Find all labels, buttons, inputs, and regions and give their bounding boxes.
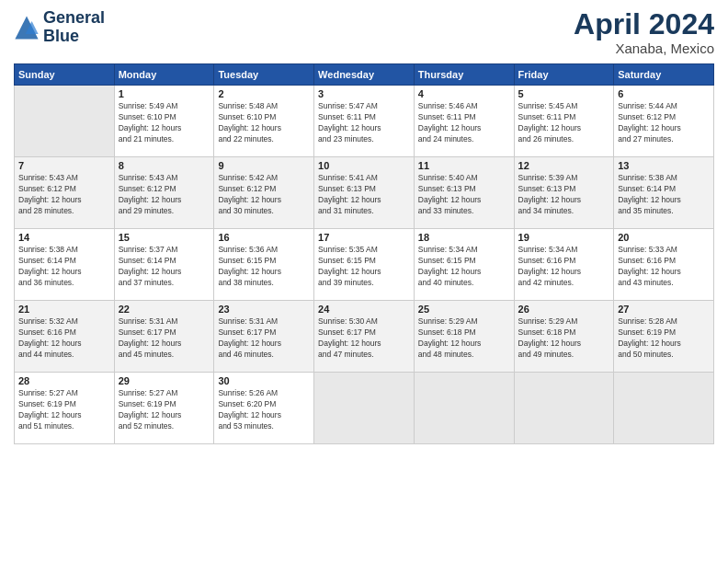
day-detail: Sunrise: 5:40 AM Sunset: 6:13 PM Dayligh…	[418, 173, 510, 217]
day-detail: Sunrise: 5:27 AM Sunset: 6:19 PM Dayligh…	[18, 388, 110, 432]
day-cell: 29Sunrise: 5:27 AM Sunset: 6:19 PM Dayli…	[114, 373, 214, 444]
day-detail: Sunrise: 5:38 AM Sunset: 6:14 PM Dayligh…	[18, 245, 110, 289]
day-number: 4	[418, 88, 510, 99]
logo-line1: General	[43, 9, 105, 28]
location: Xanaba, Mexico	[574, 40, 714, 56]
day-cell	[514, 373, 614, 444]
day-number: 22	[119, 304, 210, 315]
day-number: 29	[119, 375, 210, 386]
col-header-thursday: Thursday	[414, 64, 514, 86]
logo-icon	[14, 15, 40, 40]
day-number: 16	[218, 232, 310, 243]
day-detail: Sunrise: 5:38 AM Sunset: 6:14 PM Dayligh…	[618, 173, 710, 217]
day-number: 12	[518, 160, 610, 171]
day-number: 10	[318, 160, 410, 171]
day-cell: 26Sunrise: 5:29 AM Sunset: 6:18 PM Dayli…	[514, 301, 614, 373]
day-cell: 11Sunrise: 5:40 AM Sunset: 6:13 PM Dayli…	[414, 157, 514, 229]
calendar-table: SundayMondayTuesdayWednesdayThursdayFrid…	[14, 63, 714, 444]
day-cell: 17Sunrise: 5:35 AM Sunset: 6:15 PM Dayli…	[314, 229, 415, 301]
page: General Blue April 2024 Xanaba, Mexico S…	[0, 0, 728, 563]
logo-text: General Blue	[43, 9, 105, 46]
day-cell: 7Sunrise: 5:43 AM Sunset: 6:12 PM Daylig…	[15, 157, 115, 229]
day-detail: Sunrise: 5:48 AM Sunset: 6:10 PM Dayligh…	[218, 101, 310, 145]
day-cell: 5Sunrise: 5:45 AM Sunset: 6:11 PM Daylig…	[514, 86, 614, 157]
day-detail: Sunrise: 5:31 AM Sunset: 6:17 PM Dayligh…	[119, 316, 210, 361]
day-number: 2	[218, 88, 310, 99]
week-row-1: 1Sunrise: 5:49 AM Sunset: 6:10 PM Daylig…	[15, 86, 714, 157]
day-detail: Sunrise: 5:41 AM Sunset: 6:13 PM Dayligh…	[318, 173, 410, 217]
day-number: 3	[318, 88, 410, 99]
day-cell: 20Sunrise: 5:33 AM Sunset: 6:16 PM Dayli…	[614, 229, 714, 301]
day-detail: Sunrise: 5:37 AM Sunset: 6:14 PM Dayligh…	[119, 245, 210, 289]
day-cell: 13Sunrise: 5:38 AM Sunset: 6:14 PM Dayli…	[614, 157, 714, 229]
col-header-saturday: Saturday	[614, 64, 714, 86]
day-number: 6	[618, 88, 710, 99]
day-detail: Sunrise: 5:47 AM Sunset: 6:11 PM Dayligh…	[318, 101, 410, 145]
day-detail: Sunrise: 5:44 AM Sunset: 6:12 PM Dayligh…	[618, 101, 710, 145]
day-cell: 21Sunrise: 5:32 AM Sunset: 6:16 PM Dayli…	[15, 301, 115, 373]
week-row-4: 21Sunrise: 5:32 AM Sunset: 6:16 PM Dayli…	[15, 301, 714, 373]
day-number: 27	[618, 304, 710, 315]
day-cell	[414, 373, 514, 444]
day-detail: Sunrise: 5:36 AM Sunset: 6:15 PM Dayligh…	[218, 245, 310, 289]
day-detail: Sunrise: 5:29 AM Sunset: 6:18 PM Dayligh…	[418, 316, 510, 361]
day-cell: 14Sunrise: 5:38 AM Sunset: 6:14 PM Dayli…	[15, 229, 115, 301]
day-cell: 27Sunrise: 5:28 AM Sunset: 6:19 PM Dayli…	[614, 301, 714, 373]
day-detail: Sunrise: 5:43 AM Sunset: 6:12 PM Dayligh…	[18, 173, 110, 217]
day-detail: Sunrise: 5:34 AM Sunset: 6:15 PM Dayligh…	[418, 245, 510, 289]
day-number: 11	[418, 160, 510, 171]
col-header-friday: Friday	[514, 64, 614, 86]
day-number: 21	[18, 304, 110, 315]
day-cell	[314, 373, 415, 444]
day-number: 15	[119, 232, 210, 243]
day-cell	[15, 86, 115, 157]
day-cell	[614, 373, 714, 444]
day-number: 28	[18, 375, 110, 386]
day-number: 13	[618, 160, 710, 171]
day-detail: Sunrise: 5:49 AM Sunset: 6:10 PM Dayligh…	[119, 101, 210, 145]
day-cell: 1Sunrise: 5:49 AM Sunset: 6:10 PM Daylig…	[114, 86, 214, 157]
day-cell: 9Sunrise: 5:42 AM Sunset: 6:12 PM Daylig…	[214, 157, 314, 229]
day-number: 26	[518, 304, 610, 315]
day-number: 24	[318, 304, 410, 315]
day-detail: Sunrise: 5:39 AM Sunset: 6:13 PM Dayligh…	[518, 173, 610, 217]
day-detail: Sunrise: 5:27 AM Sunset: 6:19 PM Dayligh…	[119, 388, 210, 432]
day-cell: 16Sunrise: 5:36 AM Sunset: 6:15 PM Dayli…	[214, 229, 314, 301]
day-detail: Sunrise: 5:31 AM Sunset: 6:17 PM Dayligh…	[218, 316, 310, 361]
day-cell: 8Sunrise: 5:43 AM Sunset: 6:12 PM Daylig…	[114, 157, 214, 229]
day-detail: Sunrise: 5:33 AM Sunset: 6:16 PM Dayligh…	[618, 245, 710, 289]
day-number: 8	[119, 160, 210, 171]
day-number: 5	[518, 88, 610, 99]
logo-line2: Blue	[43, 28, 105, 46]
day-cell: 30Sunrise: 5:26 AM Sunset: 6:20 PM Dayli…	[214, 373, 314, 444]
day-cell: 18Sunrise: 5:34 AM Sunset: 6:15 PM Dayli…	[414, 229, 514, 301]
day-detail: Sunrise: 5:35 AM Sunset: 6:15 PM Dayligh…	[318, 245, 410, 289]
day-number: 23	[218, 304, 310, 315]
day-number: 25	[418, 304, 510, 315]
day-cell: 19Sunrise: 5:34 AM Sunset: 6:16 PM Dayli…	[514, 229, 614, 301]
day-number: 1	[119, 88, 210, 99]
day-cell: 12Sunrise: 5:39 AM Sunset: 6:13 PM Dayli…	[514, 157, 614, 229]
day-cell: 25Sunrise: 5:29 AM Sunset: 6:18 PM Dayli…	[414, 301, 514, 373]
day-number: 20	[618, 232, 710, 243]
day-detail: Sunrise: 5:28 AM Sunset: 6:19 PM Dayligh…	[618, 316, 710, 361]
day-cell: 2Sunrise: 5:48 AM Sunset: 6:10 PM Daylig…	[214, 86, 314, 157]
day-number: 17	[318, 232, 410, 243]
week-row-2: 7Sunrise: 5:43 AM Sunset: 6:12 PM Daylig…	[15, 157, 714, 229]
logo: General Blue	[14, 9, 105, 46]
day-number: 18	[418, 232, 510, 243]
week-row-5: 28Sunrise: 5:27 AM Sunset: 6:19 PM Dayli…	[15, 373, 714, 444]
day-detail: Sunrise: 5:26 AM Sunset: 6:20 PM Dayligh…	[218, 388, 310, 432]
col-header-tuesday: Tuesday	[214, 64, 314, 86]
day-number: 14	[18, 232, 110, 243]
day-detail: Sunrise: 5:30 AM Sunset: 6:17 PM Dayligh…	[318, 316, 410, 361]
month-title: April 2024	[574, 9, 714, 39]
day-detail: Sunrise: 5:43 AM Sunset: 6:12 PM Dayligh…	[119, 173, 210, 217]
day-detail: Sunrise: 5:32 AM Sunset: 6:16 PM Dayligh…	[18, 316, 110, 361]
day-cell: 15Sunrise: 5:37 AM Sunset: 6:14 PM Dayli…	[114, 229, 214, 301]
day-number: 30	[218, 375, 310, 386]
col-header-monday: Monday	[114, 64, 214, 86]
col-header-wednesday: Wednesday	[314, 64, 415, 86]
day-detail: Sunrise: 5:29 AM Sunset: 6:18 PM Dayligh…	[518, 316, 610, 361]
day-number: 7	[18, 160, 110, 171]
